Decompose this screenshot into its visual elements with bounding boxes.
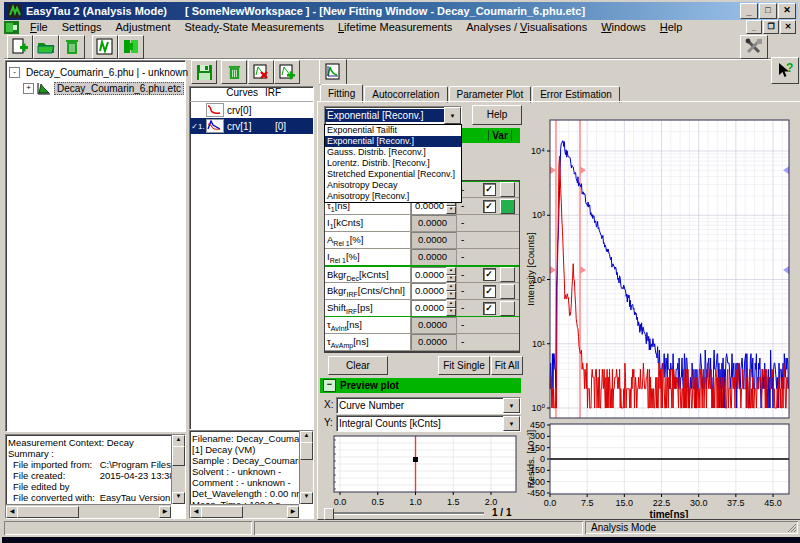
spin-down-icon[interactable]: ▼ xyxy=(446,275,456,283)
delete-button[interactable] xyxy=(59,35,85,59)
analysis-panel-button[interactable] xyxy=(118,35,144,59)
clear-button[interactable]: Clear xyxy=(328,356,388,375)
param-link-button[interactable] xyxy=(500,301,515,316)
menu-help[interactable]: Help xyxy=(653,20,690,34)
param-value-input[interactable]: 0.0000▲▼ xyxy=(411,300,457,316)
preview-data-point[interactable] xyxy=(413,457,418,462)
context-line: File created: 2015-04-23 13:38:07 xyxy=(8,470,171,481)
x-tick-label: 22.5 xyxy=(653,498,671,508)
menu-bar: FileSettingsAdjustmentSteady-State Measu… xyxy=(4,20,798,34)
vary-checkbox[interactable]: ✓ xyxy=(483,302,496,315)
fileinfo-hscrollbar[interactable]: ◀ ▶ xyxy=(190,504,299,518)
model-option[interactable]: Anisotropy Decay xyxy=(325,180,461,191)
fitting-window-button[interactable] xyxy=(319,59,347,85)
x-tick-label: 30.0 xyxy=(690,498,708,508)
preview-slider-handle[interactable] xyxy=(324,508,334,520)
chart-window-button[interactable] xyxy=(92,35,118,59)
menu-settings[interactable]: Settings xyxy=(55,20,109,34)
spinner-buttons[interactable]: ▲▼ xyxy=(446,300,456,316)
param-link-button[interactable] xyxy=(500,284,515,299)
spin-down-icon[interactable]: ▼ xyxy=(446,308,456,316)
decay-plot[interactable]: 10⁰10¹10²10³10⁴Intensity [Counts]4503001… xyxy=(526,100,800,518)
mdi-minimize-button[interactable]: _ xyxy=(746,20,762,34)
mdi-close-button[interactable]: ✕ xyxy=(780,20,796,34)
vary-checkbox[interactable]: ✓ xyxy=(483,183,496,196)
fit-single-button[interactable]: Fit Single xyxy=(438,356,490,375)
y-tick-label: 10⁴ xyxy=(531,146,545,156)
model-option[interactable]: Anisotropy [Reconv.] xyxy=(325,191,461,202)
curve-list-item[interactable]: ✓1.crv[1][0] xyxy=(190,118,313,134)
param-value-input[interactable]: 0.0000▲▼ xyxy=(411,267,457,282)
model-combobox-value: Exponential [Reconv.] xyxy=(325,109,444,122)
spin-up-icon[interactable]: ▲ xyxy=(446,267,456,275)
vary-checkbox[interactable]: ✓ xyxy=(483,285,496,298)
main-toolbar xyxy=(4,34,798,59)
tree-child-label[interactable]: Decay_Coumarin_6.phu.etc xyxy=(54,82,184,95)
spinner-buttons[interactable]: ▲▼ xyxy=(446,283,456,299)
fileinfo-vscrollbar[interactable]: ▲ ▼ xyxy=(299,431,313,504)
preview-x-combobox[interactable]: Curve Number ▼ xyxy=(336,397,521,414)
open-workspace-button[interactable] xyxy=(33,35,59,59)
spin-up-icon[interactable]: ▲ xyxy=(446,300,456,308)
menu-adjustment[interactable]: Adjustment xyxy=(109,20,178,34)
menu-lifetime-measurements[interactable]: Lifetime Measurements xyxy=(331,20,459,34)
model-option[interactable]: Stretched Exponential [Reconv.] xyxy=(325,169,461,180)
close-button[interactable]: ✕ xyxy=(778,3,796,19)
spin-down-icon[interactable]: ▼ xyxy=(446,291,456,299)
mdi-restore-button[interactable]: ❐ xyxy=(763,20,779,34)
remove-curve-button[interactable] xyxy=(248,60,274,84)
context-help-button[interactable]: ? xyxy=(771,57,799,84)
model-option[interactable]: Exponential [Reconv.] xyxy=(325,136,461,147)
context-hscrollbar[interactable]: ◀ ▶ xyxy=(6,504,171,518)
tree-child-item[interactable]: + Decay_Coumarin_6.phu.etc xyxy=(23,80,185,96)
title-bar[interactable]: EasyTau 2 (Analysis Mode) [ SomeNewWorks… xyxy=(4,2,798,20)
expand-expander-icon[interactable]: + xyxy=(23,83,34,94)
add-curve-button[interactable] xyxy=(274,60,300,84)
fit-all-button[interactable]: Fit All xyxy=(491,356,523,375)
new-document-button[interactable] xyxy=(7,35,33,59)
model-option[interactable]: Lorentz. Distrib. [Reconv.] xyxy=(325,158,461,169)
param-link-button[interactable] xyxy=(500,199,515,214)
vary-checkbox[interactable]: ✓ xyxy=(483,268,496,281)
irf-column-header[interactable]: IRF xyxy=(258,87,288,101)
spin-down-icon[interactable]: ▼ xyxy=(446,206,456,214)
collapse-section-button[interactable]: − xyxy=(323,379,336,392)
spinner-buttons[interactable]: ▲▼ xyxy=(446,267,456,282)
parameter-table: A1[kCnts/Chnl]0.0000▲▼-✓τ1[ns]0.0000▲▼-✓… xyxy=(324,180,520,353)
preview-slider-track[interactable] xyxy=(324,512,484,514)
spin-up-icon[interactable]: ▲ xyxy=(446,283,456,291)
mdi-child-icon[interactable] xyxy=(4,21,19,34)
minimize-button[interactable]: _ xyxy=(740,3,758,19)
model-option[interactable]: Exponential Tailfit xyxy=(325,125,461,136)
chevron-down-icon[interactable]: ▼ xyxy=(503,416,520,431)
vary-checkbox[interactable]: ✓ xyxy=(483,200,496,213)
menu-steady-state-measurements[interactable]: Steady-State Measurements xyxy=(178,20,331,34)
tree-root-item[interactable]: - Decay_Coumarin_6.phu | - unknown - xyxy=(9,64,185,80)
curve-list-item[interactable]: crv[0] xyxy=(190,102,313,118)
save-curve-button[interactable] xyxy=(191,60,217,84)
collapse-expander-icon[interactable]: - xyxy=(9,67,20,78)
preview-y-combobox[interactable]: Integral Counts [kCnts] ▼ xyxy=(336,415,521,432)
menu-analyses-visualisations[interactable]: Analyses / Visualisations xyxy=(459,20,594,34)
param-row: I1[kCnts]0.0000- xyxy=(325,215,519,232)
chevron-down-icon[interactable]: ▼ xyxy=(444,107,461,124)
preview-plot-title: Preview plot xyxy=(340,380,399,391)
help-button[interactable]: Help xyxy=(472,105,522,125)
param-check-cell: ✓ xyxy=(479,198,499,214)
menu-file[interactable]: File xyxy=(23,20,55,34)
tools-button[interactable] xyxy=(740,35,768,59)
model-combobox[interactable]: Exponential [Reconv.] ▼ xyxy=(324,106,462,125)
model-option[interactable]: Gauss. Distrib. [Reconv.] xyxy=(325,147,461,158)
model-dropdown-list[interactable]: Exponential TailfitExponential [Reconv.]… xyxy=(324,124,462,203)
delete-curve-button[interactable] xyxy=(221,60,247,84)
param-link-button[interactable] xyxy=(500,182,515,197)
context-vscrollbar[interactable]: ▲ ▼ xyxy=(171,435,185,504)
maximize-button[interactable]: □ xyxy=(759,3,777,19)
resize-grip-icon[interactable] xyxy=(787,523,797,533)
chevron-down-icon[interactable]: ▼ xyxy=(503,398,520,413)
curves-column-header[interactable]: Curves xyxy=(190,87,258,101)
preview-plot[interactable]: 0.00.51.01.52.0 xyxy=(320,434,522,508)
param-value-input[interactable]: 0.0000▲▼ xyxy=(411,283,457,299)
param-link-button[interactable] xyxy=(500,267,515,282)
menu-windows[interactable]: Windows xyxy=(594,20,653,34)
